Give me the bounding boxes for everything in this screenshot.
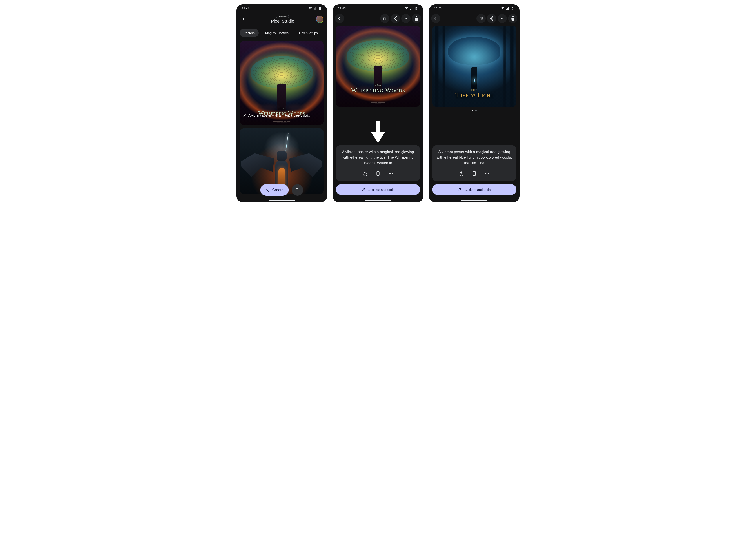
generated-image[interactable]: THE Tree OF Light [432, 26, 516, 107]
regenerate-button[interactable] [361, 169, 370, 178]
share-icon [393, 16, 397, 21]
poster-title-big: Whispering Woods [336, 86, 420, 94]
wifi-icon [501, 7, 505, 10]
tab-magical-castles[interactable]: Magical Castles [261, 29, 292, 37]
gallery-button[interactable] [240, 15, 249, 24]
stickers-label: Stickers and tools [368, 188, 394, 191]
page-dot [472, 110, 473, 112]
signal-icon [506, 7, 509, 10]
clock: 11:45 [434, 7, 442, 10]
delete-button[interactable] [412, 14, 421, 23]
nav-handle[interactable] [269, 200, 295, 201]
screen-detail-1: 11:43 THE Whispering Woods ━━━━ ━━━ ━━━━… [333, 4, 423, 202]
back-icon [434, 16, 438, 21]
app-header: Preview Pixel Studio [236, 12, 327, 27]
aspect-button[interactable] [373, 169, 383, 178]
signal-icon [314, 7, 317, 10]
regenerate-icon [459, 171, 464, 176]
clock: 11:42 [242, 7, 249, 10]
download-button[interactable] [401, 14, 411, 23]
back-button[interactable] [431, 14, 440, 23]
delete-button[interactable] [508, 14, 517, 23]
copy-icon [383, 16, 387, 21]
create-button[interactable]: Create [260, 184, 289, 196]
wand-icon [243, 113, 247, 117]
squiggle-icon [266, 188, 270, 192]
clock: 11:43 [338, 7, 346, 10]
add-image-button[interactable] [292, 184, 303, 196]
category-tabs: Posters Magical Castles Desk Setups Meme… [236, 27, 327, 41]
more-icon [388, 171, 393, 176]
poster-art: THE Whispering Woods ━━━━ ━━━ ━━━━━ ━━ ━… [240, 41, 324, 125]
gallery-icon [242, 17, 247, 22]
stickers-tools-button[interactable]: Stickers and tools [432, 184, 516, 195]
stickers-tools-button[interactable]: Stickers and tools [336, 184, 420, 195]
share-button[interactable] [487, 14, 496, 23]
fab-row: Create [260, 184, 303, 196]
phone-icon [472, 171, 477, 176]
detail-header [333, 12, 423, 25]
back-button[interactable] [335, 14, 344, 23]
poster-caption: A vibrant poster with a magical tree glo… [243, 113, 321, 117]
page-dot [475, 110, 477, 112]
stickers-icon [458, 187, 462, 191]
nav-handle[interactable] [365, 200, 391, 201]
download-icon [404, 16, 408, 21]
poster-title-small: THE [336, 83, 420, 86]
download-button[interactable] [498, 14, 507, 23]
app-title: Pixel Studio [271, 19, 294, 24]
tab-meme[interactable]: Meme F [324, 29, 327, 37]
wifi-icon [309, 7, 312, 10]
battery-icon [415, 7, 418, 10]
page-indicator [429, 110, 520, 112]
status-bar: 11:42 [236, 4, 327, 12]
generated-image[interactable]: THE Whispering Woods ━━━━ ━━━ ━━━━━ ━━ ━… [336, 26, 420, 107]
preview-badge: Preview [276, 15, 289, 18]
poster-title-small: THE [240, 107, 324, 110]
share-button[interactable] [391, 14, 400, 23]
copy-icon [479, 16, 483, 21]
annotation-arrow-down-icon [371, 121, 385, 144]
poster-credits: ━━━━ ━━━ ━━━━━ ━━ ━━━━ ━━━ ━━━━ ━━━ ━━━━… [344, 101, 412, 104]
regenerate-icon [363, 171, 368, 176]
add-image-icon [295, 187, 300, 193]
more-button[interactable] [386, 169, 395, 178]
screen-home: 11:42 Preview Pixel Studio Posters Magic… [236, 4, 327, 202]
trash-icon [414, 16, 419, 21]
status-bar: 11:45 [429, 4, 520, 12]
create-label: Create [272, 188, 283, 192]
more-icon [485, 171, 489, 176]
tab-posters[interactable]: Posters [240, 29, 259, 37]
nav-handle[interactable] [461, 200, 487, 201]
trash-icon [511, 16, 515, 21]
profile-avatar[interactable] [316, 15, 324, 23]
prompt-card[interactable]: A vibrant poster with a magical tree glo… [432, 145, 516, 181]
prompt-text: A vibrant poster with a magical tree glo… [436, 149, 513, 166]
prompt-card[interactable]: A vibrant poster with a magical tree glo… [336, 145, 420, 181]
poster-card-whispering-woods[interactable]: THE Whispering Woods ━━━━ ━━━ ━━━━━ ━━ ━… [240, 41, 324, 125]
aspect-button[interactable] [470, 169, 479, 178]
back-icon [337, 16, 342, 21]
phone-icon [376, 171, 380, 176]
copy-button[interactable] [476, 14, 486, 23]
download-icon [500, 16, 504, 21]
battery-icon [511, 7, 514, 10]
prompt-text: A vibrant poster with a magical tree glo… [340, 149, 416, 166]
stickers-icon [362, 187, 366, 191]
wifi-icon [405, 7, 408, 10]
stickers-label: Stickers and tools [465, 188, 490, 191]
share-icon [489, 16, 494, 21]
regenerate-button[interactable] [457, 169, 466, 178]
battery-icon [318, 7, 322, 10]
detail-header [429, 12, 520, 25]
screen-detail-2: 11:45 THE Tree OF Light A vib [429, 4, 520, 202]
tab-desk-setups[interactable]: Desk Setups [295, 29, 322, 37]
status-bar: 11:43 [333, 4, 423, 12]
poster-caption-text: A vibrant poster with a magical tree glo… [248, 114, 312, 117]
poster-credits: ━━━━ ━━━ ━━━━━ ━━ ━━━━ ━━━ ━━━━ ━━━ ━━━━… [248, 121, 315, 123]
poster-title: THE Tree OF Light [432, 89, 516, 99]
copy-button[interactable] [380, 14, 389, 23]
signal-icon [410, 7, 413, 10]
more-button[interactable] [482, 169, 491, 178]
feed[interactable]: THE Whispering Woods ━━━━ ━━━ ━━━━━ ━━ ━… [236, 41, 327, 202]
